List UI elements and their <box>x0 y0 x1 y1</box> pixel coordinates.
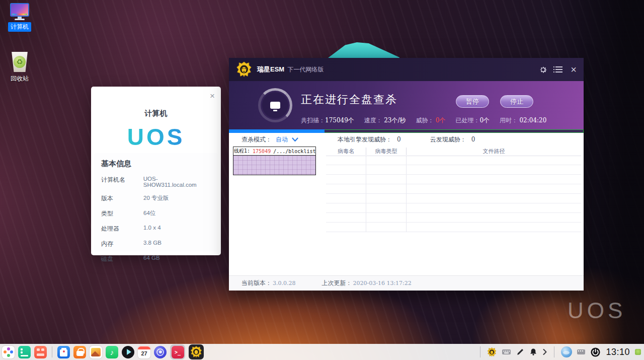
av-titlebar[interactable]: 瑞星ESM 下一代网络版 × <box>229 58 584 81</box>
table-row <box>326 184 581 194</box>
app-title: 瑞星ESM <box>257 65 284 74</box>
keyboard-icon[interactable] <box>502 348 511 355</box>
power-icon[interactable] <box>590 347 601 357</box>
terminal-icon[interactable]: >_ <box>170 344 185 359</box>
threat-count: 0个 <box>436 117 446 124</box>
rising-lion-icon <box>190 346 202 358</box>
column-virus-type: 病毒类型 <box>366 148 407 155</box>
screenshot-pen-icon[interactable] <box>516 348 524 356</box>
table-row <box>326 175 581 184</box>
show-desktop-icon[interactable] <box>635 349 641 355</box>
scan-results-body <box>326 156 581 232</box>
settings-gear-icon[interactable] <box>539 65 547 74</box>
cloud-threats-label: 云发现威胁： <box>430 135 466 144</box>
local-threats-value: 0 <box>397 136 401 143</box>
rising-lion-logo-icon <box>236 61 252 78</box>
scan-mode-label: 查杀模式： <box>242 135 272 144</box>
last-update-value: 2020-03-16 13:17:22 <box>353 280 411 286</box>
tray-separator <box>554 346 554 357</box>
scan-speed: 23个/秒 <box>384 117 406 124</box>
app-grid-icon[interactable] <box>34 346 47 358</box>
table-row <box>326 223 581 232</box>
expand-chevron-icon[interactable] <box>542 348 547 355</box>
version-label: 当前版本： <box>242 279 272 287</box>
cloud-threats-value: 0 <box>471 136 475 143</box>
info-row: 磁盘64 GB <box>101 255 211 263</box>
pause-button[interactable]: 暂停 <box>456 95 489 108</box>
scan-content: 查杀模式： 自动 本地引擎发现威胁： 0 云发现威胁： 0 线程1: 17504… <box>229 133 584 275</box>
thread-count: 175049 <box>253 149 271 154</box>
info-row: 版本20 专业版 <box>101 194 211 203</box>
taskbar-clock[interactable]: 13:10 <box>606 347 630 357</box>
main-menu-icon[interactable] <box>555 66 562 73</box>
elapsed-time: 02:04:20 <box>519 117 546 124</box>
dialog-title: 计算机 <box>91 109 221 118</box>
rising-esm-window: 瑞星ESM 下一代网络版 × 正在进行全盘查杀 暂停 停止 共扫描：175049… <box>229 58 584 291</box>
processed-count: 0个 <box>479 117 490 124</box>
desktop-icon-recycle-bin[interactable]: ♻ 回收站 <box>4 52 36 84</box>
multitasking-view-icon[interactable] <box>18 346 31 358</box>
movie-player-icon[interactable] <box>122 346 134 358</box>
desktop-icon-label: 回收站 <box>8 74 31 84</box>
table-row <box>326 203 581 213</box>
info-row: 处理器1.0 x 4 <box>101 225 211 233</box>
thread-current-path: /.../blocklist.xm <box>273 149 315 154</box>
music-icon[interactable]: ♪ <box>106 346 118 358</box>
uos-logo: UOS <box>91 123 221 151</box>
info-row: 计算机名UOS-SHOW311.local.com <box>101 176 211 188</box>
version-value: 3.0.0.28 <box>273 280 295 286</box>
table-row <box>326 165 581 175</box>
taskbar-separator <box>52 346 52 357</box>
scanned-count: 175049个 <box>325 117 354 124</box>
thread-activity-grid <box>233 155 315 175</box>
notification-bell-icon[interactable] <box>529 348 537 356</box>
desktop-icon-computer[interactable]: 计算机 <box>4 3 36 32</box>
scan-hero: 正在进行全盘查杀 暂停 停止 共扫描：175049个 速度： 23个/秒 威胁：… <box>229 81 584 129</box>
network-globe-icon[interactable] <box>561 346 572 357</box>
local-threats-label: 本地引擎发现威胁： <box>338 135 392 144</box>
section-title: 基本信息 <box>101 159 211 169</box>
table-row <box>326 194 581 203</box>
file-manager-icon[interactable] <box>57 346 70 358</box>
table-header: 病毒名 病毒类型 文件路径 <box>326 147 581 156</box>
scan-progress-fill <box>229 129 325 133</box>
app-subtitle: 下一代网络版 <box>287 65 324 74</box>
thread-label: 线程1: <box>234 148 250 155</box>
calendar-icon[interactable]: 27 <box>138 346 150 358</box>
av-footer: 当前版本： 3.0.0.28 上次更新： 2020-03-16 13:17:22 <box>229 275 584 291</box>
rising-antivirus-icon[interactable] <box>189 344 204 359</box>
computer-scan-icon <box>270 102 280 109</box>
chevron-down-icon[interactable] <box>292 137 298 142</box>
scan-spinner <box>258 88 292 122</box>
table-row <box>326 156 581 165</box>
computer-icon <box>10 3 29 17</box>
union-id-icon[interactable] <box>154 346 167 358</box>
taskbar: ♪ 27 >_ <box>0 344 644 360</box>
app-store-icon[interactable] <box>73 346 86 358</box>
stop-button[interactable]: 停止 <box>500 95 533 108</box>
rising-tray-icon[interactable] <box>487 347 497 357</box>
scan-mode-value[interactable]: 自动 <box>276 135 288 144</box>
scan-results-table: 病毒名 病毒类型 文件路径 <box>326 147 581 232</box>
column-virus-name: 病毒名 <box>326 148 366 155</box>
scan-status-title: 正在进行全盘查杀 <box>301 92 397 107</box>
recycle-bin-icon: ♻ <box>11 52 29 72</box>
calendar-day: 27 <box>141 349 147 358</box>
info-row: 内存3.8 GB <box>101 240 211 248</box>
close-icon[interactable]: × <box>210 92 215 100</box>
scan-thread-panel: 线程1: 175049 /.../blocklist.xm <box>233 147 316 175</box>
column-file-path: 文件路径 <box>407 148 581 155</box>
uos-watermark: UOS <box>568 298 626 323</box>
close-icon[interactable]: × <box>571 64 577 75</box>
launcher-icon[interactable] <box>2 346 15 358</box>
input-method-icon[interactable] <box>577 349 585 354</box>
desktop-icon-label: 计算机 <box>8 22 31 32</box>
recycle-symbol-icon: ♻ <box>14 56 26 68</box>
photos-icon[interactable] <box>90 346 102 358</box>
last-update-label: 上次更新： <box>321 279 352 287</box>
info-row: 类型64位 <box>101 209 211 218</box>
scan-progress-bar <box>229 129 584 133</box>
tray-separator <box>480 346 480 357</box>
table-row <box>326 213 581 223</box>
scan-stats: 共扫描：175049个 速度： 23个/秒 威胁： 0个 已处理：0个 用时： … <box>301 116 546 125</box>
